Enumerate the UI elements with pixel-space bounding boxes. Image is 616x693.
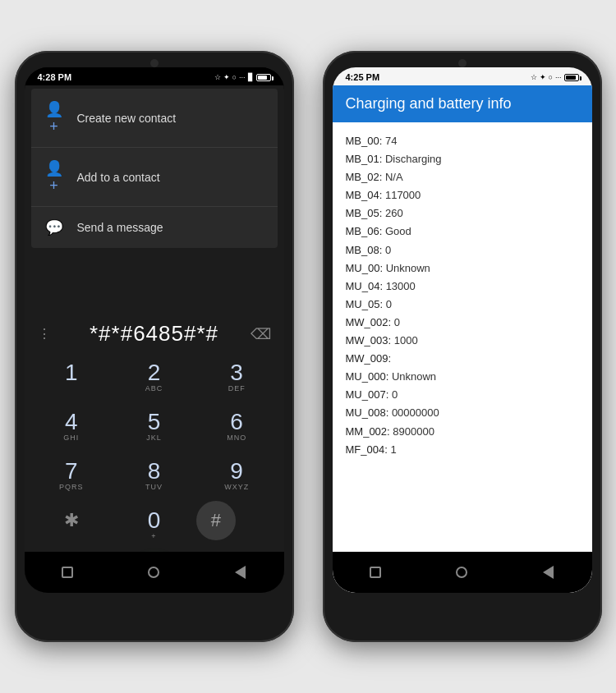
info-key: MU_000: bbox=[346, 370, 392, 383]
create-contact-icon: 👤+ bbox=[44, 100, 64, 135]
key-8[interactable]: 8 TUV bbox=[113, 452, 195, 499]
key-0-num: 0 bbox=[148, 509, 161, 532]
key-7-letters: PQRS bbox=[59, 483, 84, 493]
message-icon: 💬 bbox=[44, 218, 64, 236]
info-key: MB_02: bbox=[346, 171, 385, 183]
info-row: MU_007: 0 bbox=[346, 386, 579, 404]
key-6-num: 6 bbox=[230, 411, 243, 434]
add-contact-icon: 👤+ bbox=[44, 159, 64, 195]
info-key: MU_04: bbox=[346, 280, 386, 292]
key-hash[interactable]: # bbox=[196, 501, 236, 540]
info-row: MW_002: 0 bbox=[346, 314, 579, 332]
left-screen: 4:28 PM ☆ ✦ ○ ··· ▊ 👤+ Create new contac… bbox=[25, 67, 284, 593]
nav-recents-button[interactable] bbox=[55, 560, 80, 585]
info-screen: Charging and battery info MB_00: 74MB_01… bbox=[333, 85, 592, 593]
info-value: Unknown bbox=[392, 370, 436, 383]
info-row: MB_05: 260 bbox=[346, 204, 579, 223]
info-row: MF_004: 1 bbox=[346, 441, 579, 459]
square-icon bbox=[62, 567, 73, 578]
right-status-icons: ☆ ✦ ○ ··· .phone-right .battery-icon::af… bbox=[531, 73, 579, 81]
info-value: 117000 bbox=[385, 189, 421, 201]
info-value: Discharging bbox=[385, 153, 442, 165]
key-4-num: 4 bbox=[65, 411, 78, 434]
key-2[interactable]: 2 ABC bbox=[113, 353, 195, 401]
left-bottom-nav bbox=[25, 552, 284, 593]
info-value: 8900000 bbox=[393, 425, 434, 438]
info-key: MU_007: bbox=[346, 388, 392, 401]
info-value: Good bbox=[385, 225, 411, 237]
key-3-num: 3 bbox=[230, 361, 243, 384]
key-2-num: 2 bbox=[148, 361, 161, 384]
info-key: MB_00: bbox=[346, 135, 385, 147]
left-time: 4:28 PM bbox=[38, 72, 72, 82]
add-contact-item[interactable]: 👤+ Add to a contact bbox=[31, 148, 278, 207]
right-more-icon: ··· bbox=[555, 73, 562, 81]
right-circle-icon bbox=[456, 567, 467, 578]
info-key: MU_008: bbox=[346, 406, 392, 419]
nav-back-button[interactable] bbox=[228, 560, 253, 585]
add-contact-label: Add to a contact bbox=[77, 171, 160, 184]
info-value: 13000 bbox=[386, 280, 416, 292]
info-row: MB_01: Discharging bbox=[346, 150, 579, 168]
info-key: MM_002: bbox=[346, 425, 393, 438]
info-key: MW_002: bbox=[346, 316, 394, 328]
info-row: MU_00: Unknown bbox=[346, 259, 579, 278]
info-key: MF_004: bbox=[346, 443, 391, 456]
info-title: Charging and battery info bbox=[346, 95, 512, 112]
info-row: MU_05: 0 bbox=[346, 296, 579, 314]
info-key: MU_00: bbox=[346, 262, 386, 274]
right-camera-dot bbox=[458, 59, 467, 67]
right-square-icon bbox=[370, 567, 381, 578]
right-nav-home-button[interactable] bbox=[449, 560, 474, 585]
battery-level: ▊ bbox=[248, 73, 254, 81]
right-time: 4:25 PM bbox=[346, 72, 380, 82]
info-row: MW_009: bbox=[346, 350, 579, 368]
key-4[interactable]: 4 GHI bbox=[31, 402, 113, 450]
key-9[interactable]: 9 WXYZ bbox=[196, 452, 278, 499]
right-settings-icon: ☆ bbox=[531, 73, 537, 81]
info-row: MB_04: 117000 bbox=[346, 186, 579, 204]
info-row: MB_08: 0 bbox=[346, 241, 579, 259]
info-key: MB_06: bbox=[346, 225, 385, 237]
dialer-screen: 👤+ Create new contact 👤+ Add to a contac… bbox=[25, 85, 284, 593]
info-key: MB_01: bbox=[346, 153, 385, 165]
signal-icon: ✦ bbox=[223, 73, 230, 81]
key-7-num: 7 bbox=[65, 460, 78, 483]
wifi-icon: ○ bbox=[232, 73, 237, 81]
nav-home-button[interactable] bbox=[141, 560, 166, 585]
key-6-letters: MNO bbox=[227, 434, 246, 443]
info-value: 0 bbox=[385, 244, 391, 256]
info-row: MU_000: Unknown bbox=[346, 368, 579, 386]
right-bottom-nav bbox=[333, 552, 592, 593]
triangle-icon bbox=[235, 566, 246, 579]
key-star[interactable]: ✱ bbox=[31, 501, 113, 548]
key-1[interactable]: 1 bbox=[31, 353, 113, 401]
info-content[interactable]: MB_00: 74MB_01: DischargingMB_02: N/AMB_… bbox=[333, 122, 592, 593]
left-phone: 4:28 PM ☆ ✦ ○ ··· ▊ 👤+ Create new contac… bbox=[15, 51, 294, 642]
create-contact-item[interactable]: 👤+ Create new contact bbox=[31, 89, 278, 148]
send-message-item[interactable]: 💬 Send a message bbox=[31, 207, 278, 248]
key-7[interactable]: 7 PQRS bbox=[31, 452, 113, 499]
delete-button[interactable]: ⌫ bbox=[251, 325, 271, 343]
info-row: MB_06: Good bbox=[346, 223, 579, 241]
right-nav-back-button[interactable] bbox=[536, 560, 561, 585]
key-6[interactable]: 6 MNO bbox=[196, 402, 278, 450]
battery-icon bbox=[256, 74, 271, 81]
key-5[interactable]: 5 JKL bbox=[113, 402, 195, 450]
info-value: 1 bbox=[390, 443, 396, 456]
info-value: 00000000 bbox=[392, 406, 439, 419]
info-value: Unknown bbox=[386, 262, 430, 274]
key-1-num: 1 bbox=[65, 361, 78, 384]
key-3[interactable]: 3 DEF bbox=[196, 353, 278, 401]
info-row: MB_02: N/A bbox=[346, 168, 579, 186]
dial-options-icon[interactable]: ⋮ bbox=[38, 326, 51, 342]
key-5-num: 5 bbox=[148, 411, 161, 434]
create-contact-label: Create new contact bbox=[77, 112, 177, 125]
right-nav-recents-button[interactable] bbox=[363, 560, 388, 585]
info-value: 260 bbox=[385, 207, 403, 219]
info-row: MU_04: 13000 bbox=[346, 278, 579, 296]
camera-dot bbox=[150, 59, 159, 67]
info-row: MW_003: 1000 bbox=[346, 332, 579, 350]
key-0[interactable]: 0 + bbox=[113, 501, 195, 548]
key-2-letters: ABC bbox=[145, 384, 163, 394]
